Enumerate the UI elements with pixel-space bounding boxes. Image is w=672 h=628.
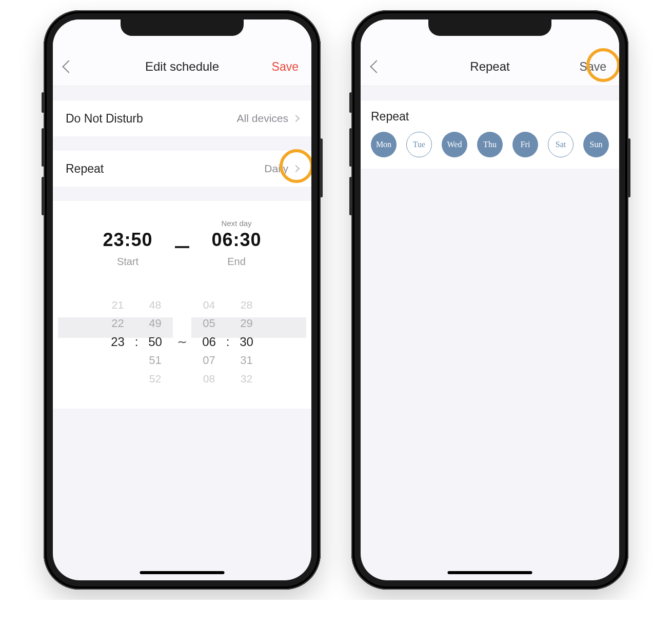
nav-bar: Repeat Save [361,19,619,86]
screen-2: Repeat Save Repeat MonTueWedThuFriSatSun [361,19,619,580]
time-display: 23:50 Start Next day 06:30 End [53,201,311,280]
start-label: Start [97,256,159,268]
day-toggle-mon[interactable]: Mon [371,132,397,157]
chevron-right-icon [292,165,300,172]
start-min-picker[interactable]: 48 49 50 51 52 [141,296,169,388]
day-toggle-thu[interactable]: Thu [477,132,503,157]
nav-bar: Edit schedule Save [53,19,311,86]
save-button[interactable]: Save [272,60,299,74]
days-row: MonTueWedThuFriSatSun [371,132,609,157]
dnd-row[interactable]: Do Not Disturb All devices [53,100,311,136]
day-toggle-tue[interactable]: Tue [406,132,432,157]
end-time-block: Next day 06:30 End [206,219,267,268]
dnd-label: Do Not Disturb [66,112,143,126]
day-toggle-wed[interactable]: Wed [442,132,467,157]
colon: : [223,296,232,388]
screen-1: Edit schedule Save Do Not Disturb All de… [53,19,311,580]
day-toggle-sun[interactable]: Sun [583,132,609,157]
end-time: 06:30 [206,229,267,251]
day-toggle-sat[interactable]: Sat [548,132,574,157]
chevron-right-icon [292,115,300,122]
phone-mockup-2: Repeat Save Repeat MonTueWedThuFriSatSun [351,10,628,590]
start-hour-picker[interactable]: 21 22 23 [104,296,132,388]
repeat-title: Repeat [371,110,609,124]
day-toggle-fri[interactable]: Fri [512,132,538,157]
repeat-label: Repeat [66,162,104,176]
save-button[interactable]: Save [580,60,606,74]
start-time-block: 23:50 Start [97,219,159,268]
start-time: 23:50 [97,229,159,251]
repeat-value-wrap: Daily [264,163,299,175]
home-indicator[interactable] [140,571,225,574]
dnd-value-wrap: All devices [237,112,299,125]
home-indicator[interactable] [448,571,532,574]
colon: : [132,296,141,388]
end-label: End [206,256,267,268]
end-min-picker[interactable]: 28 29 30 31 32 [232,296,261,388]
dnd-value: All devices [237,112,288,125]
repeat-section: Repeat MonTueWedThuFriSatSun [361,100,619,169]
repeat-value: Daily [264,163,288,175]
dash-icon [175,246,189,248]
phone-mockup-1: Edit schedule Save Do Not Disturb All de… [44,10,321,590]
time-picker[interactable]: 21 22 23 : 48 49 50 51 52 ∼ 04 05 [53,280,311,409]
end-hour-picker[interactable]: 04 05 06 07 08 [195,296,223,388]
repeat-row[interactable]: Repeat Daily [53,151,311,187]
next-day-label: Next day [206,219,267,228]
tilde: ∼ [169,296,195,388]
